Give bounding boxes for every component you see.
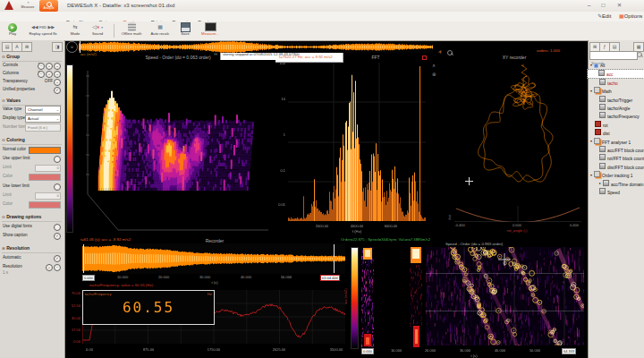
database-icon <box>128 22 136 31</box>
overview-waveform-canvas[interactable] <box>79 41 433 53</box>
minus-icon[interactable]: − <box>54 264 61 271</box>
normal-color-swatch[interactable] <box>29 147 61 154</box>
minimize-icon[interactable]: – <box>583 1 595 10</box>
tree-item-fft-analyser[interactable]: ▾FFT analyser 1 <box>589 138 644 146</box>
controls-label: Controls <box>3 63 18 67</box>
play-label: Play <box>9 31 16 36</box>
channel-search[interactable] <box>589 51 638 60</box>
cursor-arrow-icon[interactable]: ➤ <box>436 48 444 55</box>
pan-tool-icon[interactable]: ∧ <box>432 63 436 68</box>
limit-input[interactable]: 0 <box>35 192 61 200</box>
lower-color-swatch[interactable] <box>29 201 61 209</box>
fft-plot-canvas[interactable] <box>288 63 426 222</box>
tree-item-rot[interactable]: rot <box>589 121 644 129</box>
tree-item-acc-time-domain[interactable]: ▸acc/Time domain <box>589 180 644 188</box>
upper-color-row: Color <box>2 173 62 180</box>
tree-item-dist[interactable]: dist <box>589 129 644 137</box>
upper-color-swatch[interactable] <box>29 174 61 181</box>
value-type-select[interactable]: Channel⌄ <box>25 106 61 114</box>
recorder-waveform-canvas[interactable] <box>82 243 345 274</box>
drawing-options-header[interactable]: ⊖ Drawing options <box>2 213 62 222</box>
save-button[interactable]: Save <box>175 22 195 37</box>
order-strip2-canvas[interactable] <box>410 247 422 347</box>
collapse-panel-button[interactable]: ◨ <box>52 42 63 52</box>
offline-math-button[interactable]: Offline math <box>118 22 145 37</box>
fft-title: FFT <box>349 55 402 60</box>
maximize-icon[interactable]: □ <box>597 1 609 10</box>
layout-button[interactable]: ⊞ <box>21 42 32 52</box>
measure-mode-button[interactable]: ◔ Measure <box>18 0 38 12</box>
display-type-select[interactable]: Actual⌄ <box>25 115 61 123</box>
tree-item-all[interactable]: ▾All <box>589 62 644 70</box>
auto-recalc-label: Auto recalc <box>151 31 170 36</box>
show-caption-row: Show caption ✓ <box>2 232 62 239</box>
tree-item-dist-fft-count[interactable]: dist/FFT block count <box>589 163 644 171</box>
channel-grid-icon <box>594 64 598 68</box>
limit-input[interactable]: 0 <box>35 165 61 172</box>
auto-recalc-button[interactable]: ▦ Auto recalc <box>147 22 174 37</box>
options-button[interactable]: ▦Options <box>619 12 642 21</box>
minus-icon[interactable]: − <box>38 63 45 70</box>
play-circle-icon[interactable]: » <box>66 41 78 53</box>
tree-item-acc-fft-count[interactable]: acc/FFT block count <box>589 146 644 154</box>
chevron-down-icon[interactable]: ▾ <box>101 26 103 30</box>
move-tool-icon[interactable]: ⊕ <box>432 72 436 77</box>
checkbox-checked-icon[interactable]: ✓ <box>54 87 61 94</box>
checkbox-unchecked-icon[interactable] <box>54 224 61 231</box>
freq-cursor-readout: tacho/Frequency; value = 60.55 (Hz) <box>89 283 153 287</box>
replay-speed-control[interactable]: ◀◀ FWD ▶▶ Replay speed 8x <box>23 22 63 37</box>
play-button[interactable]: ▶ Play <box>4 22 21 37</box>
titlebar: ◔ Measure Analyse DEWESoft X - Datafile:… <box>0 0 644 13</box>
checkbox-unchecked-icon[interactable] <box>54 183 61 191</box>
fft-y-tick: 100 <box>274 61 285 65</box>
tree-item-order-tracking[interactable]: ▾Order tracking 1 <box>589 171 644 179</box>
tree-label: acc/Time domain <box>611 182 643 186</box>
checkbox-checked-icon[interactable]: ✓ <box>54 255 61 262</box>
order-colorbar <box>351 247 359 349</box>
recorder-x-start: 0.000 <box>82 275 95 281</box>
measure-switch-button[interactable]: Measure... <box>197 22 224 37</box>
waterfall-3d-canvas[interactable] <box>79 60 275 235</box>
tree-item-rot-fft-count[interactable]: rot/FFT block count <box>589 154 644 162</box>
resolution-section-header[interactable]: ⊗ Resolution <box>2 244 62 253</box>
group-section-header[interactable]: ⊖ Group <box>2 53 62 62</box>
color-label: Color <box>3 201 13 206</box>
order-spectrogram-canvas[interactable] <box>426 247 584 345</box>
rewind-icon[interactable]: ◀◀ <box>31 24 38 30</box>
close-icon[interactable]: ✕ <box>614 1 625 10</box>
chevron-down-icon[interactable]: ⌄ <box>54 71 61 78</box>
tree-item-tacho-angle[interactable]: tacho/Angle <box>589 104 644 112</box>
chevron-down-icon[interactable]: ⌄ <box>54 63 61 70</box>
mode-button[interactable]: ⇆ Mode <box>66 22 84 37</box>
checkbox-unchecked-icon[interactable] <box>54 156 61 163</box>
edit-button[interactable]: ✎Edit <box>597 12 611 21</box>
tree-item-tacho-frequency[interactable]: tacho/Frequency <box>589 112 644 120</box>
values-section-header[interactable]: ⊖ Values <box>2 97 62 106</box>
channel-wave-icon <box>599 154 606 160</box>
orbit-plot-canvas[interactable] <box>444 60 584 203</box>
tree-label: Math <box>602 90 612 94</box>
chevron-down-icon[interactable]: ⌄ <box>54 79 61 86</box>
tree-item-speed[interactable]: Speed <box>589 188 644 196</box>
minus-icon[interactable]: − <box>38 71 45 78</box>
plus-icon[interactable]: + <box>46 264 53 271</box>
coloring-section-header[interactable]: ⊖ Coloring <box>2 136 62 145</box>
xy-x-tick: 0.000 <box>513 223 521 227</box>
chevron-down-icon: ⌄ <box>56 115 59 122</box>
tree-item-tacho-trigger[interactable]: tacho/Trigger <box>589 96 644 104</box>
plus-icon[interactable]: + <box>46 63 53 70</box>
digital-meter[interactable]: tacho/Frequency Hz 60.55 <box>82 290 215 325</box>
xy-sub-plot-canvas[interactable] <box>454 206 581 222</box>
analyse-mode-button[interactable]: Analyse <box>39 0 58 12</box>
fft-x-tick: 6000.00 <box>385 224 397 228</box>
tree-label: acc/FFT block count <box>607 149 644 153</box>
freq-x-tick: 3500.00 <box>330 347 343 352</box>
checkbox-checked-icon[interactable]: ✓ <box>54 233 61 240</box>
tree-item-acc[interactable]: acc <box>588 70 644 78</box>
tree-item-math[interactable]: ▾Math <box>589 87 644 95</box>
order-strip1-canvas[interactable] <box>361 247 374 347</box>
plus-icon[interactable]: + <box>46 71 53 78</box>
forward-icon[interactable]: ▶▶ <box>47 24 55 30</box>
tree-item-tacho[interactable]: tacho <box>589 79 644 87</box>
sound-button[interactable]: ◁✕ ▾ Sound <box>86 22 109 37</box>
